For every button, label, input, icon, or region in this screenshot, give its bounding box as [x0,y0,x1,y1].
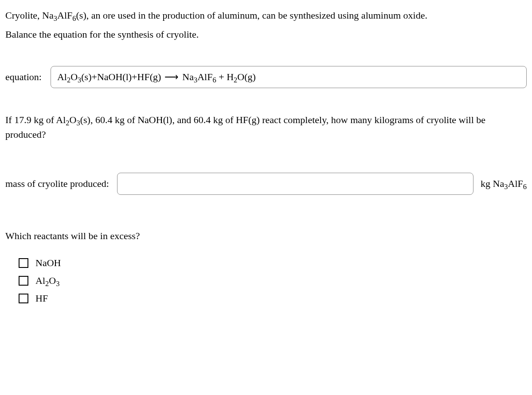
instruction-label: Balance the equation for the synthesis o… [5,29,199,40]
checkbox-label-al2o3: Al2O3 [35,275,59,287]
q2-prefix: If 17.9 kg of [5,114,56,125]
eq-al2o3-state: (s) [81,71,91,82]
equation-input[interactable]: Al2O3(s)+NaOH(l)+HF(g)⟶Na3AlF6 + H2O(g) [51,66,527,88]
eq-rhs-h: H [227,71,234,82]
eq-al-sub: 2 [67,76,70,84]
checkbox-row-hf: HF [19,293,527,304]
q2-o: O [70,114,77,125]
checkbox-row-al2o3: Al2O3 [19,275,527,287]
checkbox-hf[interactable] [19,294,28,303]
checkbox-al2o3[interactable] [19,276,28,286]
intro-suffix: , an ore used in the production of alumi… [86,10,427,21]
checkbox-label-hf: HF [35,293,48,304]
instruction-text: Balance the equation for the synthesis o… [5,28,527,42]
mass-input[interactable] [117,173,473,195]
eq-rhs-plus: + [216,71,227,82]
checkbox-label-naoh: NaOH [35,257,61,269]
intro-alf-sub: 6 [72,14,76,23]
equation-content: Al2O3(s)+NaOH(l)+HF(g)⟶Na3AlF6 + H2O(g) [57,71,256,83]
eq-rhs-na: Na [182,71,194,82]
eq-rhs-na-sub: 3 [194,76,197,84]
eq-rhs-alf: AlF [197,71,212,82]
mass-unit-kg: kg [481,178,493,189]
q2-state: (s) [80,114,90,125]
opt2-o: O [49,275,56,286]
question-limiting-reagent: If 17.9 kg of Al2O3(s), 60.4 kg of NaOH(… [5,112,527,142]
intro-prefix: Cryolite, [5,10,42,21]
eq-naoh: NaOH(l) [97,71,132,82]
excess-question: Which reactants will be in excess? [5,230,527,242]
mass-unit: kg Na3AlF6 [481,178,527,190]
opt2-al: Al [35,275,45,286]
checkbox-row-naoh: NaOH [19,257,527,269]
eq-al: Al [57,71,67,82]
eq-plus2: + [132,71,137,82]
eq-plus1: + [91,71,97,82]
mass-unit-na-sub: 3 [504,182,508,191]
q2-al: Al [56,114,66,125]
checkbox-group: NaOH Al2O3 HF [5,257,527,304]
opt2-al-sub: 2 [45,279,49,288]
equation-label: equation: [5,71,42,83]
opt2-o-sub: 3 [56,279,59,288]
eq-arrow: ⟶ [164,71,179,83]
equation-row: equation: Al2O3(s)+NaOH(l)+HF(g)⟶Na3AlF6… [5,66,527,88]
eq-hf: HF(g) [137,71,161,82]
checkbox-naoh[interactable] [19,258,28,268]
intro-na-sub: 3 [54,14,57,23]
eq-rhs-alf-sub: 6 [212,76,216,84]
q2-o-sub: 3 [76,119,80,127]
intro-text: Cryolite, Na3AlF6(s), an ore used in the… [5,9,527,23]
eq-rhs-o: O(g) [237,71,256,82]
mass-unit-na: Na [493,178,505,189]
mass-unit-alf: AlF [508,178,523,189]
mass-unit-alf-sub: 6 [523,182,527,191]
intro-na: Na [42,10,54,21]
mass-label: mass of cryolite produced: [5,178,109,190]
q2-al-sub: 2 [66,119,69,127]
intro-state: (s) [76,10,86,21]
mass-row: mass of cryolite produced: kg Na3AlF6 [5,173,527,195]
intro-alf: AlF [57,10,72,21]
eq-o: O [70,71,78,82]
